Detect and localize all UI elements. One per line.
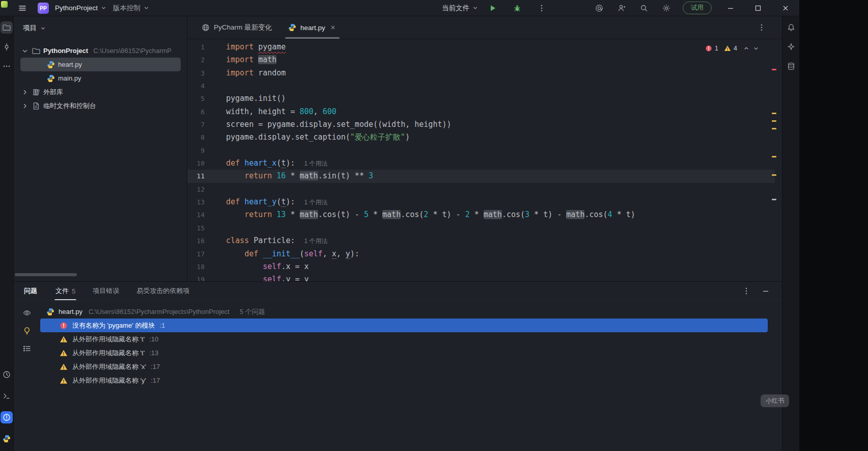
problems-title: 问题 bbox=[24, 286, 37, 296]
tool-todo-button[interactable] bbox=[1, 368, 13, 381]
minimize-button[interactable] bbox=[717, 0, 744, 16]
code-line[interactable]: 17 def __init__(self, x, y): bbox=[187, 248, 775, 260]
problems-header: 问题 文件5项目错误易受攻击的依赖项 bbox=[14, 282, 782, 301]
problem-item[interactable]: 从外部作用域隐藏名称 't':10 bbox=[40, 332, 768, 346]
next-problem-icon[interactable] bbox=[752, 45, 760, 52]
tree-item[interactable]: main.py bbox=[14, 71, 187, 85]
inspections-widget[interactable]: 1 4 bbox=[705, 45, 760, 52]
problem-item[interactable]: 从外部作用域隐藏名称 'y':17 bbox=[40, 374, 768, 387]
run-button[interactable] bbox=[483, 0, 503, 16]
tool-preview-button[interactable] bbox=[21, 307, 33, 319]
code-line[interactable]: 15 bbox=[187, 222, 775, 234]
code-line[interactable]: 9 bbox=[187, 144, 775, 157]
python-file-icon bbox=[46, 308, 54, 316]
database-icon bbox=[787, 62, 795, 70]
close-button[interactable] bbox=[772, 0, 799, 16]
project-logo[interactable]: PP bbox=[38, 3, 49, 14]
problem-line-number: :17 bbox=[151, 377, 160, 384]
code-line[interactable]: 3import random bbox=[187, 67, 775, 79]
more-h-icon bbox=[3, 62, 11, 70]
problem-item[interactable]: 没有名称为 'pygame' 的模块:1 bbox=[40, 319, 768, 332]
problem-item[interactable]: 从外部作用域隐藏名称 't':13 bbox=[40, 346, 768, 360]
tool-more-tools-button[interactable] bbox=[1, 60, 13, 72]
scroll-mark bbox=[772, 199, 776, 200]
tree-item[interactable]: 临时文件和控制台 bbox=[14, 99, 187, 113]
chevron-down-icon bbox=[472, 5, 479, 11]
editor-scroll-stripe[interactable] bbox=[772, 39, 777, 281]
problems-file-header[interactable]: heart.py C:\Users\86152\PycharmProjects\… bbox=[40, 305, 782, 319]
search-everywhere-button[interactable] bbox=[633, 0, 655, 16]
problems-tab-label: 易受攻击的依赖项 bbox=[136, 286, 189, 296]
editor-tab[interactable]: PyCharm 最新变化 bbox=[193, 16, 280, 39]
project-panel-header[interactable]: 项目 bbox=[14, 16, 187, 40]
code-line[interactable]: 14 return 13 * math.cos(t) - 5 * math.co… bbox=[187, 208, 775, 221]
main-menu-button[interactable] bbox=[13, 0, 32, 16]
minimize-icon bbox=[762, 287, 770, 295]
editor-options-button[interactable] bbox=[752, 19, 771, 36]
code-line[interactable]: 12 bbox=[187, 183, 775, 196]
tool-ai-assistant-button[interactable] bbox=[785, 41, 797, 53]
ai-widget-button[interactable] bbox=[588, 0, 610, 16]
tool-python-packages-button[interactable] bbox=[1, 433, 13, 445]
line-number: 15 bbox=[187, 222, 226, 234]
code-line[interactable]: 6width, height = 800, 600 bbox=[187, 105, 775, 118]
line-number: 5 bbox=[187, 92, 226, 105]
tool-quick-fixes-button[interactable] bbox=[21, 325, 33, 337]
problems-options-button[interactable] bbox=[740, 285, 752, 297]
problem-item[interactable]: 从外部作用域隐藏名称 'x':17 bbox=[40, 360, 768, 374]
left-toolbar bbox=[0, 16, 14, 451]
titlebar-left: PP PythonProject 版本控制 bbox=[0, 0, 150, 16]
more-actions-button[interactable] bbox=[531, 0, 552, 16]
code-line[interactable]: 10def heart_x(t):1 个用法 bbox=[187, 157, 775, 170]
right-strip-top bbox=[782, 16, 799, 72]
library-icon bbox=[32, 88, 40, 96]
code-line-text: import pygame bbox=[226, 41, 286, 54]
problems-tab[interactable]: 易受攻击的依赖项 bbox=[136, 282, 189, 300]
code-area[interactable]: 1import pygame2import math3import random… bbox=[187, 39, 775, 281]
tool-terminal-button[interactable] bbox=[1, 390, 13, 402]
editor-tab[interactable]: heart.py bbox=[280, 16, 345, 39]
code-line[interactable]: 18 self.x = x bbox=[187, 260, 775, 273]
debug-button[interactable] bbox=[507, 0, 527, 16]
vcs-menu[interactable]: 版本控制 bbox=[113, 0, 150, 16]
problems-toolbar bbox=[14, 307, 40, 355]
code-line[interactable]: 2import math bbox=[187, 54, 775, 66]
code-line[interactable]: 13def heart_y(t):1 个用法 bbox=[187, 196, 775, 208]
tool-problems-button[interactable] bbox=[1, 411, 13, 423]
tool-project-button[interactable] bbox=[1, 21, 13, 34]
run-configurations[interactable]: 当前文件 bbox=[442, 4, 479, 13]
python-icon bbox=[47, 74, 55, 83]
code-line[interactable]: 16class Particle:1 个用法 bbox=[187, 234, 775, 247]
problems-content: heart.py C:\Users\86152\PycharmProjects\… bbox=[40, 305, 782, 451]
maximize-button[interactable] bbox=[744, 0, 772, 16]
tree-item[interactable]: PythonProjectC:\Users\86152\PycharmP bbox=[14, 44, 187, 58]
tree-item-label: PythonProject bbox=[43, 47, 88, 55]
tool-commit-button[interactable] bbox=[1, 41, 13, 53]
project-switcher[interactable]: PythonProject bbox=[55, 0, 107, 16]
problems-tab[interactable]: 项目错误 bbox=[93, 282, 119, 300]
line-number: 10 bbox=[187, 157, 226, 170]
project-tool-window: 项目 PythonProjectC:\Users\86152\PycharmPh… bbox=[14, 16, 187, 281]
code-line[interactable]: 5pygame.init() bbox=[187, 92, 775, 105]
code-line[interactable]: 11 return 16 * math.sin(t) ** 3 bbox=[187, 170, 775, 182]
horizontal-scrollbar[interactable] bbox=[15, 273, 77, 276]
problems-tab[interactable]: 文件5 bbox=[55, 282, 75, 300]
tool-notifications-button[interactable] bbox=[785, 21, 797, 34]
tree-item[interactable]: heart.py bbox=[20, 58, 181, 71]
line-number: 13 bbox=[187, 196, 226, 208]
tree-item[interactable]: 外部库 bbox=[14, 85, 187, 99]
code-with-me-button[interactable] bbox=[610, 0, 633, 16]
tab-close-icon[interactable] bbox=[329, 24, 337, 31]
code-line[interactable]: 8pygame.display.set_caption("爱心粒子扩散") bbox=[187, 131, 775, 144]
problems-tabs: 文件5项目错误易受攻击的依赖项 bbox=[55, 282, 207, 300]
prev-problem-icon[interactable] bbox=[743, 45, 750, 52]
code-line[interactable]: 1import pygame bbox=[187, 41, 775, 54]
tool-view-options-button[interactable] bbox=[21, 342, 33, 355]
settings-button[interactable] bbox=[655, 0, 678, 16]
trial-badge[interactable]: 试用 bbox=[683, 2, 712, 14]
code-line[interactable]: 4 bbox=[187, 79, 775, 92]
tool-database-button[interactable] bbox=[785, 60, 797, 72]
code-line[interactable]: 7screen = pygame.display.set_mode((width… bbox=[187, 118, 775, 131]
code-line[interactable]: 19 self.y = y bbox=[187, 273, 775, 281]
hide-panel-button[interactable] bbox=[760, 285, 772, 297]
